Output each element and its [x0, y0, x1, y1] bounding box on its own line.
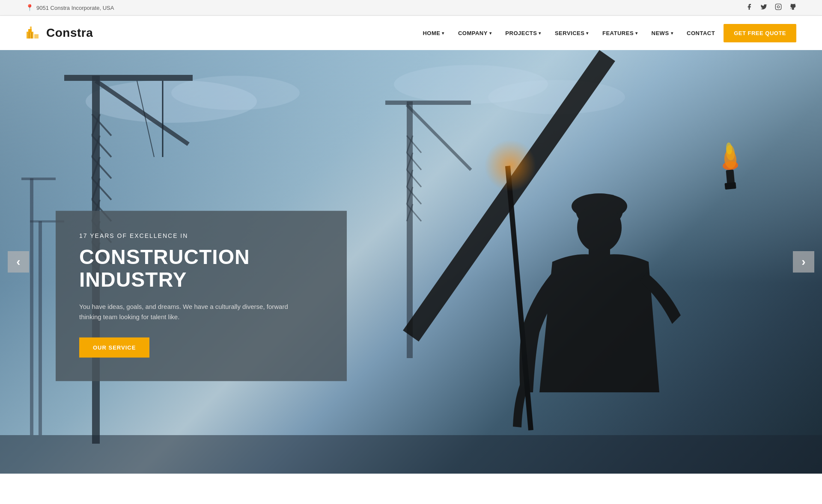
chevron-down-icon: ▾ — [489, 31, 492, 36]
social-links — [746, 3, 796, 12]
chevron-down-icon: ▾ — [671, 31, 673, 36]
nav-item-home[interactable]: HOME ▾ — [417, 26, 450, 41]
nav-item-features[interactable]: FEATURES ▾ — [597, 26, 643, 41]
logo[interactable]: Constra — [26, 23, 93, 43]
carousel-prev-button[interactable]: ‹ — [8, 251, 29, 273]
chevron-right-icon: › — [801, 256, 805, 268]
logo-text: Constra — [46, 26, 93, 40]
hero-content-box: 17 YEARS OF EXCELLENCE IN CONSTRUCTION I… — [56, 211, 347, 381]
nav-menu: HOME ▾ COMPANY ▾ PROJECTS ▾ SERVICES ▾ F — [417, 24, 796, 42]
navbar: Constra HOME ▾ COMPANY ▾ PROJECTS ▾ SERV… — [0, 16, 822, 50]
instagram-icon[interactable] — [775, 3, 782, 12]
chevron-down-icon: ▾ — [635, 31, 638, 36]
svg-rect-0 — [775, 4, 781, 9]
nav-item-company[interactable]: COMPANY ▾ — [453, 26, 497, 41]
chevron-left-icon: ‹ — [16, 256, 20, 268]
nav-item-services[interactable]: SERVICES ▾ — [550, 26, 594, 41]
chevron-down-icon: ▾ — [442, 31, 444, 36]
facebook-icon[interactable] — [746, 3, 753, 12]
logo-icon — [26, 23, 43, 43]
svg-rect-5 — [34, 34, 39, 39]
nav-item-news[interactable]: NEWS ▾ — [646, 26, 679, 41]
location-icon: 📍 — [26, 4, 34, 12]
address-bar: 📍 9051 Constra Incorporate, USA — [26, 4, 114, 12]
nav-item-contact[interactable]: CONTACT — [682, 26, 720, 41]
our-service-button[interactable]: OUR SERVICE — [79, 337, 149, 357]
twitter-icon[interactable] — [760, 3, 767, 12]
top-bar: 📍 9051 Constra Incorporate, USA — [0, 0, 822, 16]
carousel-next-button[interactable]: › — [793, 251, 814, 273]
nav-item-cta[interactable]: Get Free Quote — [724, 24, 796, 42]
svg-rect-4 — [30, 27, 32, 30]
hero-description: You have ideas, goals, and dreams. We ha… — [79, 301, 310, 322]
chevron-down-icon: ▾ — [586, 31, 589, 36]
nav-item-projects[interactable]: PROJECTS ▾ — [500, 26, 546, 41]
address-text: 9051 Constra Incorporate, USA — [36, 5, 114, 11]
get-free-quote-button[interactable]: Get Free Quote — [724, 24, 796, 42]
chevron-down-icon: ▾ — [539, 31, 541, 36]
hero-subtitle: 17 YEARS OF EXCELLENCE IN — [79, 232, 323, 239]
hero-section: 17 YEARS OF EXCELLENCE IN CONSTRUCTION I… — [0, 50, 822, 474]
hero-title: CONSTRUCTION INDUSTRY — [79, 246, 323, 291]
svg-rect-2 — [27, 32, 33, 39]
github-icon[interactable] — [789, 3, 796, 12]
